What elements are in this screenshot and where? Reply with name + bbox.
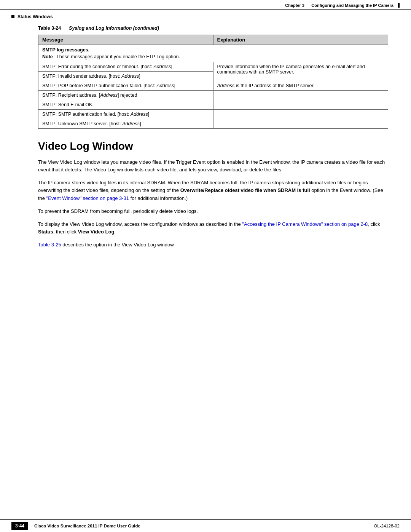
- body-para-4: To display the View Video Log window, ac…: [38, 220, 388, 236]
- body-para-5: Table 3-25 describes the option in the V…: [38, 241, 388, 249]
- note-row: Note These messages appear if you enable…: [38, 53, 388, 62]
- message-cell: SMTP: POP before SMTP authentication fai…: [38, 81, 213, 91]
- doc-title: Cisco Video Surveillance 2611 IP Dome Us…: [34, 524, 374, 528]
- table-row: SMTP: Error during the connection or tim…: [38, 62, 388, 72]
- explanation-cell: [213, 100, 388, 110]
- para4-text-1: To display the View Video Log window, ac…: [38, 221, 242, 227]
- section-label-bar: Status Windows: [0, 12, 411, 22]
- chapter-number: Chapter 3: [285, 3, 304, 8]
- section-heading: Video Log Window: [38, 140, 388, 152]
- note-label: Note: [42, 54, 53, 59]
- explanation-cell: [213, 110, 388, 119]
- para4-text-2: , click: [368, 221, 380, 227]
- note-cell: Note These messages appear if you enable…: [38, 53, 388, 62]
- explanation-cell: [213, 91, 388, 100]
- header-pipe: [398, 3, 400, 8]
- table-row: SMTP: Recipient address. [Address] rejec…: [38, 91, 388, 100]
- table-header-row: Message Explanation: [38, 35, 388, 45]
- table-3-25-link[interactable]: Table 3-25: [38, 242, 61, 248]
- explanation-cell: Address is the IP address of the SMTP se…: [213, 81, 388, 91]
- note-text: These messages appear if you enable the …: [56, 54, 180, 59]
- para2-bold: Overwrite/Replace oldest video file when…: [180, 187, 310, 193]
- col-message: Message: [38, 35, 213, 45]
- table-number: Table 3-24: [38, 26, 61, 31]
- explanation-cell: Provide information when the IP camera g…: [213, 62, 388, 81]
- table-row: SMTP: POP before SMTP authentication fai…: [38, 81, 388, 91]
- para4-text-3: , then click: [53, 229, 78, 235]
- table-row: SMTP: SMTP authentication failed. [host:…: [38, 110, 388, 119]
- para4-bold2: View Video Log: [78, 229, 115, 235]
- body-para-1: The View Video Log window lets you manag…: [38, 158, 388, 174]
- para4-bold1: Status: [38, 229, 53, 235]
- message-cell: SMTP: Send E-mail OK.: [38, 100, 213, 110]
- table-row: SMTP: Send E-mail OK.: [38, 100, 388, 110]
- page-header: Chapter 3 Configuring and Managing the I…: [0, 0, 411, 10]
- accessing-link[interactable]: "Accessing the IP Camera Windows" sectio…: [242, 221, 368, 227]
- body-para-3: To prevent the SDRAM from becoming full,…: [38, 208, 388, 215]
- smtp-header-row: SMTP log messages.: [38, 45, 388, 54]
- smtp-section-header: SMTP log messages.: [42, 47, 89, 53]
- message-cell: SMTP: SMTP authentication failed. [host:…: [38, 110, 213, 119]
- main-content: Table 3-24 Syslog and Log Information (c…: [0, 22, 411, 262]
- message-cell: SMTP: Error during the connection or tim…: [38, 62, 213, 72]
- para4-text-4: .: [114, 229, 116, 235]
- table-title-text: Syslog and Log Information (continued): [69, 26, 159, 31]
- chapter-label: Chapter 3 Configuring and Managing the I…: [285, 3, 396, 8]
- smtp-header-cell: SMTP log messages.: [38, 45, 388, 54]
- explanation-cell: [213, 119, 388, 129]
- message-cell: SMTP: Unknown SMTP server. [host: Addres…: [38, 119, 213, 129]
- para5-text-2: describes the option in the View Video L…: [61, 242, 175, 248]
- section-label-text: Status Windows: [18, 14, 53, 19]
- page-number: 3-44: [11, 522, 28, 530]
- syslog-table: Message Explanation SMTP log messages. N…: [38, 35, 388, 129]
- table-title: Table 3-24 Syslog and Log Information (c…: [38, 26, 388, 31]
- doc-number: OL-24128-02: [374, 524, 400, 528]
- body-para-2: The IP camera stores video log files in …: [38, 179, 388, 202]
- message-cell: SMTP: Invalid sender address. [host: Add…: [38, 72, 213, 81]
- col-explanation: Explanation: [213, 35, 388, 45]
- bullet-icon: [11, 15, 14, 18]
- table-row: SMTP: Unknown SMTP server. [host: Addres…: [38, 119, 388, 129]
- message-cell: SMTP: Recipient address. [Address] rejec…: [38, 91, 213, 100]
- page-footer: 3-44 Cisco Video Surveillance 2611 IP Do…: [0, 519, 411, 532]
- para2-text-3: for additional information.): [129, 195, 188, 201]
- event-window-link[interactable]: "Event Window" section on page 3-31: [46, 195, 129, 201]
- chapter-title: Configuring and Managing the IP Camera: [311, 3, 393, 8]
